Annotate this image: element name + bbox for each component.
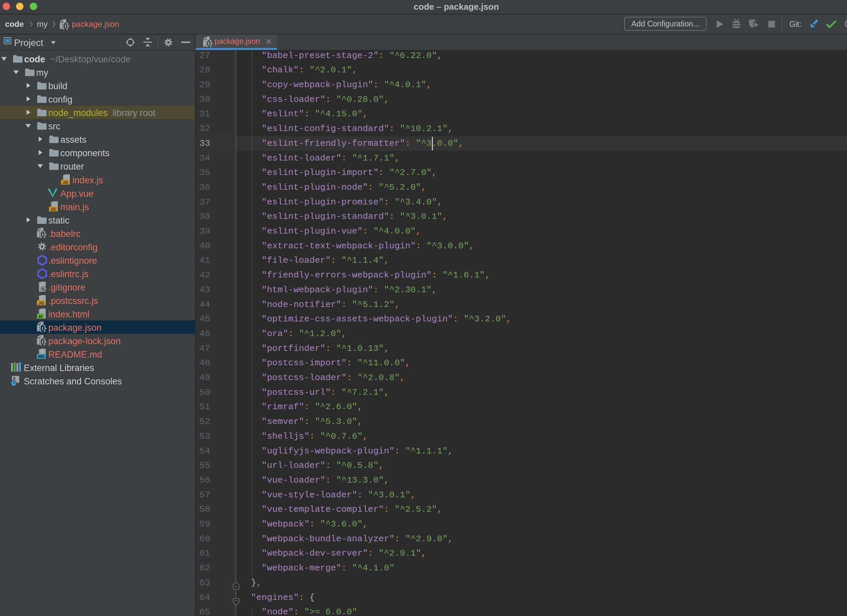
svg-text:JS: JS: [38, 300, 44, 305]
svg-text:MD: MD: [38, 354, 44, 359]
svg-text:JS: JS: [62, 180, 68, 185]
svg-text:H: H: [39, 314, 42, 319]
svg-text:JS: JS: [50, 207, 56, 211]
